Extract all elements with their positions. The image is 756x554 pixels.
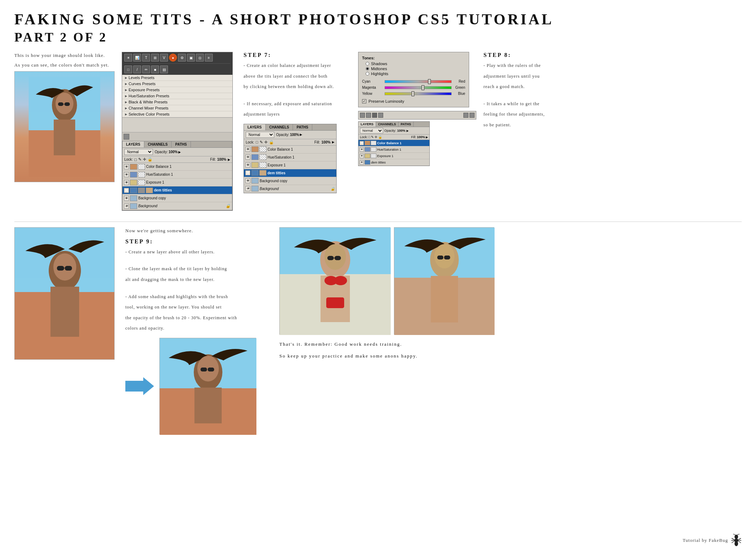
tab-layers-1[interactable]: LAYERS <box>122 141 144 147</box>
small-lock-pen[interactable]: ✎ <box>371 135 374 139</box>
tool-fill[interactable]: ▤ <box>160 65 168 73</box>
tone-midtones-radio[interactable] <box>366 67 369 71</box>
layer-row-bg[interactable]: 👁 Background 🔒 <box>122 202 232 210</box>
large-tab-paths[interactable]: PATHS <box>293 124 312 130</box>
small-lock-pad[interactable]: 🔒 <box>378 135 382 139</box>
tool-circle-red[interactable]: ● <box>169 54 177 62</box>
slider-mg-track[interactable] <box>385 86 452 89</box>
menu-exposure[interactable]: ▶ Exposure Presets <box>122 87 232 93</box>
slider-cr-track[interactable] <box>385 80 452 83</box>
icon-btn6[interactable] <box>470 113 475 118</box>
large-lock-pen[interactable]: ✎ <box>260 140 263 145</box>
menu-levels[interactable]: ▶ Levels Presets <box>122 75 232 81</box>
tool-settings[interactable]: ≡ <box>205 54 213 62</box>
tool-chart[interactable]: 📊 <box>133 54 141 62</box>
opacity-arrow[interactable]: ▶ <box>178 150 181 154</box>
fill-arrow[interactable]: ▶ <box>228 158 230 161</box>
layer-eye-icon4[interactable]: 👁 <box>124 188 129 193</box>
lock-box-icon[interactable]: □ <box>134 157 137 162</box>
icon-btn2[interactable] <box>366 113 371 118</box>
menu-huesat[interactable]: ▶ Hue/Saturation Presets <box>122 93 232 99</box>
small-tab-channels[interactable]: CHANNELS <box>376 122 399 127</box>
slider-mg-thumb[interactable] <box>422 85 424 90</box>
large-eye5[interactable]: 👁 <box>245 178 250 183</box>
bottom-icon1[interactable] <box>124 134 129 140</box>
large-eye2[interactable]: 👁 <box>245 155 250 160</box>
menu-channel[interactable]: ▶ Channel Mixer Presets <box>122 105 232 111</box>
layer-eye-icon5[interactable]: 👁 <box>124 196 129 201</box>
small-layer-dt[interactable]: 👁 dem titties <box>358 159 429 166</box>
lock-pen-icon[interactable]: ✎ <box>138 157 141 162</box>
layer-row-exposure[interactable]: 👁 Exposure 1 <box>122 179 232 186</box>
small-layer-exp[interactable]: 👁 Exposure 1 <box>358 153 429 159</box>
tone-shadows-radio[interactable] <box>366 62 369 65</box>
sm-eye1[interactable]: 👁 <box>360 141 364 145</box>
large-blend-select[interactable]: Normal <box>246 132 274 138</box>
icon-btn5[interactable] <box>463 113 468 118</box>
layer-row-huesat[interactable]: 👁 Hue/Saturation 1 <box>122 171 232 179</box>
tone-highlights-row[interactable]: Highlights <box>366 72 465 76</box>
tool-rect[interactable]: □ <box>124 65 132 73</box>
small-layer-cb[interactable]: 👁 Color Balance 1 <box>358 140 429 146</box>
menu-curves[interactable]: ▶ Curves Presets <box>122 81 232 87</box>
blend-mode-select[interactable]: Normal <box>124 149 153 155</box>
large-lock-move[interactable]: ✛ <box>264 140 268 145</box>
layer-eye-icon3[interactable]: 👁 <box>124 180 129 185</box>
sm-eye3[interactable]: 👁 <box>360 154 364 158</box>
layer-row-demtitties[interactable]: 👁 dem titties <box>122 186 232 194</box>
small-lock-move[interactable]: ✛ <box>375 135 377 139</box>
large-layer-dt[interactable]: 👁 dem titties <box>244 169 336 177</box>
small-tab-paths[interactable]: PATHS <box>399 122 414 127</box>
large-layer-exp[interactable]: 👁 Exposure 1 <box>244 161 336 169</box>
layer-eye-icon[interactable]: 👁 <box>124 164 129 169</box>
small-blend-select[interactable]: Normal <box>360 128 383 133</box>
menu-bw[interactable]: ▶ Black & White Presets <box>122 99 232 105</box>
large-eye6[interactable]: 👁 <box>245 186 250 191</box>
tone-highlights-radio[interactable] <box>366 72 369 76</box>
layer-eye-icon6[interactable]: 👁 <box>124 204 129 209</box>
tool-text[interactable]: T <box>142 54 150 62</box>
slider-cr-thumb[interactable] <box>428 79 431 84</box>
large-opacity-arrow[interactable]: ▶ <box>300 133 302 136</box>
tool-square[interactable]: ■ <box>151 65 159 73</box>
layer-eye-icon2[interactable]: 👁 <box>124 172 129 177</box>
large-layer-bg[interactable]: 👁 Background 🔒 <box>244 185 336 193</box>
sm-eye2[interactable]: 👁 <box>360 147 364 152</box>
sm-eye4[interactable]: 👁 <box>360 160 364 165</box>
menu-selective[interactable]: ▶ Selective Color Presets <box>122 111 232 117</box>
small-layer-hs[interactable]: 👁 Hue/Saturation 1 <box>358 146 429 153</box>
tool-brush[interactable]: ✏ <box>142 65 150 73</box>
large-tab-layers[interactable]: LAYERS <box>244 124 266 130</box>
large-layer-cb[interactable]: 👁 Color Balance 1 <box>244 146 336 154</box>
slider-yb-thumb[interactable] <box>411 91 414 96</box>
tool-grid[interactable]: ⊞ <box>151 54 159 62</box>
tool-sun[interactable]: ☀ <box>124 54 132 62</box>
layer-row-colorbalance[interactable]: 👁 Color Balance 1 <box>122 163 232 171</box>
icon-btn3[interactable] <box>372 113 377 118</box>
large-eye3[interactable]: 👁 <box>245 162 250 167</box>
large-tab-channels[interactable]: CHANNELS <box>266 124 293 130</box>
lock-padlock-icon[interactable]: 🔒 <box>148 157 153 162</box>
tone-midtones-row[interactable]: Midtones <box>366 67 465 71</box>
tool-filter2[interactable]: ◎ <box>196 54 204 62</box>
large-lock-pad[interactable]: 🔒 <box>269 140 274 145</box>
layer-row-bgcopy[interactable]: 👁 Background copy <box>122 194 232 202</box>
tab-channels-1[interactable]: CHANNELS <box>144 141 172 147</box>
icon-btn1[interactable] <box>360 113 365 118</box>
tool-gear[interactable]: ⚙ <box>178 54 186 62</box>
small-lock-box[interactable]: □ <box>369 135 370 139</box>
large-fill-arrow[interactable]: ▶ <box>332 140 334 144</box>
tool-v[interactable]: V <box>160 54 168 62</box>
tab-paths-1[interactable]: PATHS <box>172 141 191 147</box>
small-opacity-arr[interactable]: ▶ <box>406 129 409 132</box>
lock-move-icon[interactable]: ✛ <box>143 157 146 162</box>
tool-slash[interactable]: / <box>133 65 141 73</box>
small-tab-layers[interactable]: LAYERS <box>358 122 376 127</box>
preserve-lum-checkbox[interactable]: ✓ <box>362 99 366 103</box>
large-lock-box[interactable]: □ <box>256 140 258 144</box>
slider-yb-track[interactable] <box>385 92 452 95</box>
small-fill-arr[interactable]: ▶ <box>426 136 428 139</box>
icon-btn4[interactable] <box>378 113 383 118</box>
tone-shadows-row[interactable]: Shadows <box>366 62 465 66</box>
preserve-lum-row[interactable]: ✓ Preserve Luminosity <box>362 99 465 103</box>
